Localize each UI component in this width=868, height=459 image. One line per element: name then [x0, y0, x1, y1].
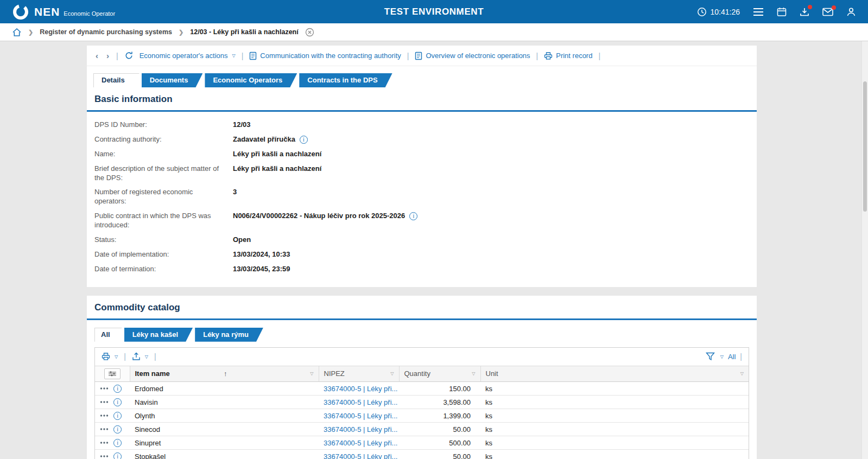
print-record-link[interactable]: Print record: [544, 52, 592, 60]
record-tabs: Details Documents Economic Operators Con…: [93, 73, 757, 87]
table-row[interactable]: Stopkašel 33674000-5 | Léky při... 50.00…: [95, 450, 749, 459]
table-row[interactable]: Olynth 33674000-5 | Léky při... 1,399.00…: [95, 409, 749, 423]
breadcrumb-item-current: 12/03 - Léky při kašli a nachlazení: [190, 28, 298, 36]
table-settings-icon[interactable]: [104, 368, 121, 379]
mail-badge: [832, 5, 836, 10]
basic-information-title: Basic information: [87, 87, 757, 112]
table-row[interactable]: Navisin 33674000-5 | Léky při... 3,598.0…: [95, 396, 749, 409]
filter-caret-icon[interactable]: ▽: [740, 371, 744, 376]
table-row[interactable]: Erdomed 33674000-5 | Léky při... 150.00 …: [95, 382, 749, 396]
catalog-table-block: ▽ | ▽ | ▽ All |: [94, 347, 749, 459]
field-value-text: Zadavatel příručka: [233, 135, 295, 144]
header-unit[interactable]: Unit ▽: [480, 366, 749, 382]
cell-unit: ks: [480, 450, 749, 459]
table-row[interactable]: Sinupret 33674000-5 | Léky při... 500.00…: [95, 436, 749, 450]
field-label: Date of termination:: [94, 265, 233, 274]
filter-funnel-icon[interactable]: [706, 352, 715, 361]
cell-quantity: 3,598.00: [399, 396, 480, 409]
field-row: Date of implementation: 13/03/2024, 10:3…: [94, 250, 749, 259]
mail-icon[interactable]: [822, 8, 833, 16]
field-label: Brief description of the subject matter …: [94, 164, 233, 183]
nipez-link[interactable]: 33674000-5 | Léky při...: [324, 425, 397, 433]
chevron-right-icon[interactable]: ›: [105, 51, 110, 60]
nipez-link[interactable]: 33674000-5 | Léky při...: [324, 439, 397, 447]
cell-item-name: Sinecod: [130, 423, 319, 436]
header-quantity[interactable]: Quantity ▽: [399, 366, 480, 382]
row-info-icon[interactable]: [113, 385, 122, 393]
field-value: N006/24/V00002262 - Nákup léčiv pro rok …: [233, 212, 417, 230]
nen-logo[interactable]: NEN Economic Operator: [12, 3, 115, 21]
basic-information-fields: DPS ID Number: 12/03 Contracting authori…: [87, 112, 757, 282]
toolbar-separator: |: [740, 352, 742, 361]
close-record-icon[interactable]: [305, 28, 314, 37]
info-icon[interactable]: [409, 212, 417, 220]
row-menu-icon[interactable]: [100, 414, 109, 417]
header-item-name[interactable]: Item name ▽: [130, 366, 319, 382]
export-button[interactable]: ▽: [132, 352, 148, 361]
info-icon[interactable]: [300, 136, 308, 144]
calendar-icon[interactable]: [777, 7, 787, 17]
row-info-icon[interactable]: [113, 439, 122, 447]
chevron-down-icon: ▽: [232, 53, 236, 58]
communication-link[interactable]: Communication with the contracting autho…: [249, 52, 401, 60]
tab-economic-operators[interactable]: Economic Operators: [205, 73, 297, 87]
main-content: ‹ › | Economic operator's actions ▽ | Co…: [0, 41, 868, 459]
cell-item-name: Stopkašel: [130, 450, 319, 459]
row-menu-icon[interactable]: [100, 387, 109, 390]
nipez-link[interactable]: 33674000-5 | Léky při...: [324, 452, 397, 459]
actions-dropdown[interactable]: Economic operator's actions ▽: [140, 52, 236, 60]
cell-unit: ks: [480, 436, 749, 450]
print-record-label: Print record: [556, 52, 592, 60]
tab-label: Contracts in the DPS: [307, 76, 377, 84]
tab-contracts-in-dps[interactable]: Contracts in the DPS: [299, 73, 392, 87]
download-icon[interactable]: [800, 7, 809, 17]
filter-caret-icon[interactable]: ▽: [472, 371, 475, 376]
refresh-icon[interactable]: [124, 51, 134, 60]
chevron-left-icon[interactable]: ‹: [94, 51, 99, 60]
breadcrumb-item-register[interactable]: Register of dynamic purchasing systems: [40, 28, 172, 36]
menu-icon[interactable]: [753, 8, 764, 16]
nipez-link[interactable]: 33674000-5 | Léky při...: [324, 398, 397, 406]
row-menu-icon[interactable]: [100, 441, 109, 444]
column-header-label: Item name: [135, 369, 221, 378]
logo-text: NEN: [34, 6, 60, 17]
row-menu-icon[interactable]: [100, 400, 109, 404]
scrollbar[interactable]: [861, 41, 868, 459]
field-value: 3: [233, 188, 237, 206]
row-info-icon[interactable]: [113, 398, 122, 406]
overview-link[interactable]: Overview of electronic operations: [415, 52, 530, 60]
filter-caret-icon[interactable]: ▽: [310, 371, 313, 376]
tab-documents[interactable]: Documents: [142, 73, 203, 87]
header-nipez[interactable]: NIPEZ ▽: [319, 366, 399, 382]
tab-leky-na-rymu[interactable]: Léky na rýmu: [195, 328, 263, 342]
catalog-table: Item name ▽ NIPEZ ▽: [95, 366, 749, 459]
tab-details[interactable]: Details: [93, 73, 140, 87]
header-settings-cell: [95, 366, 130, 382]
breadcrumb-separator-icon: ❯: [28, 29, 33, 36]
field-value status-value: Open: [233, 235, 251, 245]
nipez-link[interactable]: 33674000-5 | Léky při...: [324, 385, 397, 393]
field-label: Status:: [94, 235, 233, 245]
row-menu-icon[interactable]: [100, 428, 109, 431]
filter-all-label[interactable]: All: [728, 353, 736, 361]
filter-caret-icon[interactable]: ▽: [390, 371, 394, 376]
row-info-icon[interactable]: [113, 425, 122, 433]
tab-all[interactable]: All: [94, 328, 122, 342]
breadcrumb-separator-icon: ❯: [179, 29, 183, 36]
row-info-icon[interactable]: [113, 412, 122, 420]
cell-unit: ks: [480, 423, 749, 436]
tab-label: Léky na kašel: [132, 330, 179, 339]
row-info-icon[interactable]: [113, 452, 122, 459]
home-icon[interactable]: [12, 28, 22, 37]
chevron-down-icon[interactable]: ▽: [720, 354, 724, 359]
user-icon[interactable]: [846, 7, 856, 17]
scrollbar-thumb[interactable]: [863, 81, 867, 212]
tab-leky-na-kasel[interactable]: Léky na kašel: [124, 328, 193, 342]
nipez-link[interactable]: 33674000-5 | Léky při...: [324, 412, 397, 420]
row-menu-icon[interactable]: [100, 455, 109, 458]
table-row[interactable]: Sinecod 33674000-5 | Léky při... 50.00 k…: [95, 423, 749, 436]
print-table-button[interactable]: ▽: [102, 352, 118, 361]
cell-quantity: 500.00: [399, 436, 480, 450]
field-row: Status: Open: [94, 235, 749, 245]
field-value: Léky při kašli a nachlazení: [233, 164, 321, 183]
